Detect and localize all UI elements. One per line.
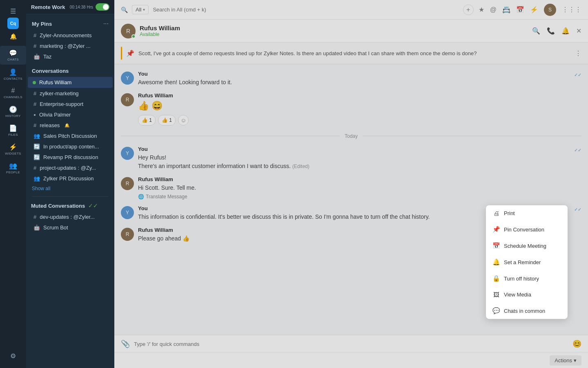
notification-bell-icon[interactable]: 🔔 — [8, 31, 18, 41]
muted-check-icon: ✓✓ — [88, 202, 98, 209]
people-nav-label: PEOPLE — [6, 171, 20, 174]
conv-hash-icon-4: # — [33, 165, 36, 171]
channels-icon: # — [11, 87, 15, 94]
conv-hash-icon: # — [33, 90, 36, 96]
workspace-timer: 00:14:38 Hrs — [70, 5, 93, 9]
conv-item-enterprise[interactable]: # Enterprise-support — [28, 99, 113, 109]
widgets-icon: ⚡ — [9, 143, 17, 151]
files-nav-item[interactable]: 📄 FILES — [0, 121, 26, 140]
people-icon: 👥 — [9, 162, 17, 170]
conv-item-olivia[interactable]: ● Olivia Palmer — [28, 110, 113, 120]
muted-item-dev[interactable]: # dev-updates : @Zyler... — [28, 212, 113, 222]
conv-item-rufus[interactable]: Rufus William — [28, 77, 113, 88]
conv-item-zylker-mkt[interactable]: # zylker-marketing — [28, 88, 113, 99]
conv-mute-icon: 🔔 — [65, 123, 69, 128]
pin-bot-icon: 🤖 — [33, 54, 40, 60]
contacts-icon: 👤 — [9, 68, 17, 76]
conv-label-zylker-pr: Zylker PR Discussion — [43, 175, 94, 182]
conv-label-revamp: Revamp PR discussion — [43, 154, 98, 160]
history-icon: 🕐 — [9, 105, 17, 113]
conv-item-sales[interactable]: 👥 Sales Pitch Discussion — [28, 131, 113, 141]
people-nav-item[interactable]: 👥 PEOPLE — [0, 159, 26, 177]
pins-more-icon[interactable]: ··· — [103, 20, 109, 27]
conv-item-product[interactable]: 🔄 In product/app conten... — [28, 141, 113, 152]
history-off-icon: 🔒 — [492, 275, 500, 282]
channels-nav-label: CHANNELS — [4, 95, 22, 99]
reminder-label: Set a Reminder — [504, 259, 541, 265]
print-label: Print — [504, 210, 515, 216]
conv-label-rufus: Rufus William — [39, 79, 71, 85]
context-menu-print[interactable]: 🖨 Print — [486, 205, 568, 221]
pin-item-label-3: Taz — [43, 54, 51, 60]
workspace-toggle[interactable] — [96, 3, 109, 11]
context-menu-pin[interactable]: 📌 Pin Conversation — [486, 221, 568, 238]
chats-nav-label: CHATS — [7, 58, 19, 61]
workspace-bar: Remote Work 00:14:38 Hrs — [26, 0, 114, 14]
my-pins-title: My Pins — [32, 21, 52, 27]
chats-nav-item[interactable]: 💬 CHATS — [0, 46, 26, 65]
history-nav-item[interactable]: 🕐 HISTORY — [0, 102, 26, 121]
conv-label-olivia: Olivia Palmer — [39, 112, 71, 118]
chats-common-icon: 💬 — [492, 307, 500, 314]
chats-icon: 💬 — [9, 49, 17, 57]
pin-item-taz[interactable]: 🤖 Taz — [28, 52, 113, 62]
schedule-icon: 📅 — [492, 242, 500, 249]
contacts-nav-label: CONTACTS — [4, 77, 22, 81]
settings-icon[interactable]: ⚙ — [10, 347, 16, 365]
conv-hash-icon-3: # — [33, 122, 36, 128]
pin-item-label-2: marketing : @Zyler ... — [40, 43, 90, 49]
muted-bot-icon: 🤖 — [33, 224, 40, 231]
conv-item-releases[interactable]: # releases 🔔 — [28, 120, 113, 130]
pin-item-marketing[interactable]: # marketing : @Zyler ... — [28, 41, 113, 51]
conv-group-icon-2: 👥 — [33, 175, 40, 182]
media-label: View Media — [504, 292, 531, 298]
muted-item-scrum[interactable]: 🤖 Scrum Bot — [28, 222, 113, 233]
conversations-title: Conversations — [32, 68, 69, 74]
history-nav-label: HISTORY — [5, 114, 20, 118]
muted-hash-icon: # — [33, 214, 36, 220]
conv-item-proj-updates[interactable]: # project-updates : @Zy... — [28, 163, 113, 173]
context-menu-history[interactable]: 🔒 Turn off history — [486, 270, 568, 287]
schedule-label: Schedule Meeting — [504, 243, 546, 249]
conv-circle-icon: ● — [33, 112, 36, 117]
files-nav-label: FILES — [8, 133, 18, 137]
chats-common-label: Chats in common — [504, 308, 545, 314]
widgets-nav-item[interactable]: ⚡ WIDGETS — [0, 140, 26, 159]
widgets-nav-label: WIDGETS — [5, 152, 21, 155]
context-menu-media[interactable]: 🖼 View Media — [486, 287, 568, 303]
conv-item-revamp[interactable]: 🔄 Revamp PR discussion — [28, 152, 113, 162]
pin-icon: 📌 — [492, 226, 500, 233]
conv-item-zylker-pr[interactable]: 👥 Zylker PR Discussion — [28, 173, 113, 184]
hamburger-icon[interactable]: ☰ — [9, 6, 18, 17]
conv-label-zylker-mkt: zylker-marketing — [40, 90, 78, 96]
context-menu: 🖨 Print 📌 Pin Conversation 📅 Schedule Me… — [486, 205, 568, 319]
muted-label-scrum: Scrum Bot — [43, 224, 68, 231]
reminder-icon: 🔔 — [492, 258, 500, 266]
channels-nav-item[interactable]: # CHANNELS — [0, 84, 26, 102]
conv-group-icon: 👥 — [33, 133, 40, 139]
muted-title: Muted Conversations — [31, 203, 85, 209]
conv-label-enterprise: Enterprise-support — [40, 101, 83, 107]
pin-item-label: Zyler-Announcements — [40, 32, 91, 38]
history-label: Turn off history — [504, 276, 539, 282]
conv-label-product: In product/app conten... — [43, 144, 99, 150]
conv-refresh-icon: 🔄 — [33, 144, 40, 150]
app-logo: Cq — [7, 18, 19, 29]
pin-hash-icon-2: # — [33, 43, 36, 49]
conv-label-proj-updates: project-updates : @Zy... — [40, 165, 96, 171]
contacts-nav-item[interactable]: 👤 CONTACTS — [0, 65, 26, 84]
context-menu-chats[interactable]: 💬 Chats in common — [486, 303, 568, 319]
workspace-name: Remote Work — [31, 4, 65, 10]
pin-item-announcements[interactable]: # Zyler-Announcements — [28, 30, 113, 40]
context-menu-schedule[interactable]: 📅 Schedule Meeting — [486, 238, 568, 254]
muted-label-dev: dev-updates : @Zyler... — [40, 214, 95, 220]
media-icon: 🖼 — [492, 291, 500, 298]
conv-label-sales: Sales Pitch Discussion — [43, 133, 97, 139]
online-indicator — [33, 81, 36, 84]
print-icon: 🖨 — [492, 210, 500, 217]
pin-hash-icon: # — [33, 32, 36, 38]
context-menu-reminder[interactable]: 🔔 Set a Reminder — [486, 254, 568, 270]
files-icon: 📄 — [9, 124, 17, 132]
show-all-link[interactable]: Show all — [26, 184, 114, 193]
conv-hash-icon-2: # — [33, 101, 36, 107]
